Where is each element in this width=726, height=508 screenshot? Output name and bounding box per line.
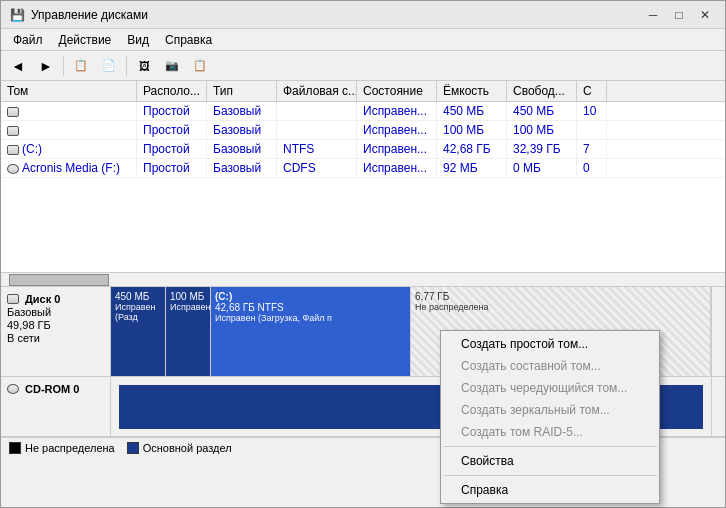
cell-svobod-0: 450 МБ: [507, 102, 577, 120]
partition-1-status: Исправен: [170, 302, 206, 312]
titlebar: 💾 Управление дисками ─ □ ✕: [1, 1, 725, 29]
cell-tip-3: Базовый: [207, 159, 277, 177]
scrollbar-thumb[interactable]: [9, 274, 109, 286]
legend-label-primary: Основной раздел: [143, 442, 232, 454]
cell-state-0: Исправен...: [357, 102, 437, 120]
ctx-properties[interactable]: Свойства: [441, 450, 659, 472]
back-button[interactable]: ◄: [5, 54, 31, 78]
toolbar-btn-7[interactable]: 📋: [187, 54, 213, 78]
cell-em-3: 92 МБ: [437, 159, 507, 177]
legend-unallocated: Не распределена: [9, 442, 115, 454]
cell-extra-2: 7: [577, 140, 607, 158]
col-header-tom[interactable]: Том: [1, 81, 137, 101]
partition-2[interactable]: (C:) 42,68 ГБ NTFS Исправен (Загрузка, Ф…: [211, 287, 411, 376]
ctx-create-striped: Создать чередующийся том...: [441, 377, 659, 399]
cell-rasp-3: Простой: [137, 159, 207, 177]
table-row[interactable]: Простой Базовый Исправен... 450 МБ 450 М…: [1, 102, 725, 121]
cell-rasp-0: Простой: [137, 102, 207, 120]
cell-extra-0: 10: [577, 102, 607, 120]
disk0-name: Диск 0: [25, 293, 60, 305]
menu-file[interactable]: Файл: [5, 31, 51, 49]
legend-box-primary: [127, 442, 139, 454]
separator-2: [126, 56, 127, 76]
partition-0[interactable]: 450 МБ Исправен (Разд: [111, 287, 166, 376]
cell-extra-1: [577, 121, 607, 139]
col-header-rasp[interactable]: Располо...: [137, 81, 207, 101]
col-header-extra[interactable]: С: [577, 81, 607, 101]
menu-view[interactable]: Вид: [119, 31, 157, 49]
minimize-button[interactable]: ─: [641, 5, 665, 25]
col-header-svobod[interactable]: Свобод...: [507, 81, 577, 101]
cell-em-1: 100 МБ: [437, 121, 507, 139]
menubar: Файл Действие Вид Справка: [1, 29, 725, 51]
cell-fs-1: [277, 121, 357, 139]
vertical-scrollbar-2[interactable]: [711, 377, 725, 436]
cell-fs-2: NTFS: [277, 140, 357, 158]
partition-2-status: Исправен (Загрузка, Файл п: [215, 313, 406, 323]
ctx-create-simple[interactable]: Создать простой том...: [441, 333, 659, 355]
toolbar-btn-4[interactable]: 📄: [96, 54, 122, 78]
cell-svobod-2: 32,39 ГБ: [507, 140, 577, 158]
col-header-state[interactable]: Состояние: [357, 81, 437, 101]
legend-box-unallocated: [9, 442, 21, 454]
legend-primary: Основной раздел: [127, 442, 232, 454]
cell-fs-3: CDFS: [277, 159, 357, 177]
partition-2-size: 42,68 ГБ NTFS: [215, 302, 406, 313]
disk0-type: Базовый: [7, 306, 104, 318]
disk0-size: 49,98 ГБ: [7, 319, 104, 331]
cell-em-0: 450 МБ: [437, 102, 507, 120]
col-header-em[interactable]: Ёмкость: [437, 81, 507, 101]
partition-2-name: (C:): [215, 291, 406, 302]
cell-tom-3: Acronis Media (F:): [1, 159, 137, 177]
disk-icon-0: [7, 107, 19, 117]
window-title: Управление дисками: [31, 8, 641, 22]
cell-extra-3: 0: [577, 159, 607, 177]
upper-panel: Том Располо... Тип Файловая с... Состоян…: [1, 81, 725, 287]
cell-tom-2: (C:): [1, 140, 137, 158]
cdrom0-icon: [7, 384, 19, 394]
toolbar-btn-3[interactable]: 📋: [68, 54, 94, 78]
close-button[interactable]: ✕: [693, 5, 717, 25]
ctx-create-raid5: Создать том RAID-5...: [441, 421, 659, 443]
ctx-separator-1: [443, 446, 657, 447]
context-menu: Создать простой том... Создать составной…: [440, 330, 660, 504]
cell-tip-1: Базовый: [207, 121, 277, 139]
menu-help[interactable]: Справка: [157, 31, 220, 49]
ctx-create-mirror: Создать зеркальный том...: [441, 399, 659, 421]
ctx-create-composite: Создать составной том...: [441, 355, 659, 377]
disk0-label: Диск 0 Базовый 49,98 ГБ В сети: [1, 287, 111, 376]
menu-action[interactable]: Действие: [51, 31, 120, 49]
vertical-scrollbar[interactable]: [711, 287, 725, 376]
disk0-status: В сети: [7, 332, 104, 344]
toolbar-btn-5[interactable]: 🖼: [131, 54, 157, 78]
table-body: Простой Базовый Исправен... 450 МБ 450 М…: [1, 102, 725, 272]
cell-svobod-1: 100 МБ: [507, 121, 577, 139]
cell-state-2: Исправен...: [357, 140, 437, 158]
toolbar-btn-6[interactable]: 📷: [159, 54, 185, 78]
separator-1: [63, 56, 64, 76]
table-row[interactable]: Acronis Media (F:) Простой Базовый CDFS …: [1, 159, 725, 178]
forward-button[interactable]: ►: [33, 54, 59, 78]
partition-3-size: 6,77 ГБ: [415, 291, 706, 302]
cell-svobod-3: 0 МБ: [507, 159, 577, 177]
cell-tom-0: [1, 102, 137, 120]
cdrom0-name: CD-ROM 0: [25, 383, 79, 395]
toolbar: ◄ ► 📋 📄 🖼 📷 📋: [1, 51, 725, 81]
ctx-separator-2: [443, 475, 657, 476]
col-header-fs[interactable]: Файловая с...: [277, 81, 357, 101]
cell-state-1: Исправен...: [357, 121, 437, 139]
ctx-help[interactable]: Справка: [441, 479, 659, 501]
partition-0-size: 450 МБ: [115, 291, 161, 302]
partition-1[interactable]: 100 МБ Исправен: [166, 287, 211, 376]
cell-rasp-2: Простой: [137, 140, 207, 158]
maximize-button[interactable]: □: [667, 5, 691, 25]
table-row[interactable]: (C:) Простой Базовый NTFS Исправен... 42…: [1, 140, 725, 159]
disk-icon-1: [7, 126, 19, 136]
table-row[interactable]: Простой Базовый Исправен... 100 МБ 100 М…: [1, 121, 725, 140]
cell-tip-0: Базовый: [207, 102, 277, 120]
horizontal-scrollbar[interactable]: [1, 272, 725, 286]
col-header-tip[interactable]: Тип: [207, 81, 277, 101]
partition-0-status: Исправен (Разд: [115, 302, 161, 322]
cell-fs-0: [277, 102, 357, 120]
cell-tip-2: Базовый: [207, 140, 277, 158]
